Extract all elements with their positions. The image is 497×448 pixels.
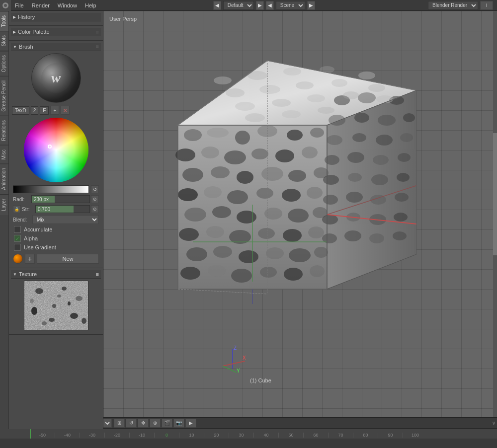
zoom-icon[interactable]: ⊕: [150, 419, 161, 428]
tex-num: 2: [31, 106, 39, 115]
menu-window[interactable]: Window: [54, 0, 81, 10]
render-icon[interactable]: 🎬: [162, 419, 172, 428]
color-palette-triangle: ▶: [13, 30, 16, 34]
svg-point-89: [322, 215, 338, 224]
svg-point-38: [227, 190, 248, 204]
svg-point-84: [397, 173, 410, 182]
tab-tools[interactable]: Tools: [0, 11, 8, 31]
timeline-track[interactable]: [0, 439, 497, 448]
svg-point-22: [287, 130, 303, 141]
tab-animation[interactable]: Animation: [0, 163, 8, 194]
svg-line-129: [223, 366, 237, 373]
layout-select[interactable]: Default: [223, 1, 254, 10]
tab-layer[interactable]: Layer: [0, 194, 8, 215]
svg-point-62: [231, 269, 252, 283]
grid-view-icon[interactable]: ⊞: [114, 419, 125, 428]
svg-point-44: [237, 211, 256, 224]
svg-point-37: [204, 186, 222, 198]
brush-preview[interactable]: w: [31, 53, 81, 103]
menu-help[interactable]: Help: [81, 0, 100, 10]
history-header[interactable]: ▶ History: [11, 13, 101, 21]
top-menu-bar: File Render Window Help ◀ Default ▶ ◀ Sc…: [0, 0, 497, 11]
svg-point-107: [235, 102, 255, 111]
tick-60: 60: [303, 433, 328, 438]
svg-point-67: [358, 92, 376, 103]
lock-icon[interactable]: 🔒: [13, 205, 21, 213]
color-bar[interactable]: [13, 185, 89, 193]
texture-header[interactable]: ▼ Texture ≡: [11, 270, 101, 279]
brush-section: ▼ Brush ≡ w TexD 2 F + ✕ ↺: [9, 41, 103, 268]
scene-prev-btn[interactable]: ◀: [266, 1, 274, 10]
brush-menu[interactable]: ≡: [96, 44, 99, 50]
brush-remove-btn[interactable]: ✕: [61, 106, 70, 115]
color-reset-btn[interactable]: ↺: [91, 185, 99, 193]
tab-misc[interactable]: Misc: [0, 145, 8, 164]
scene-next-btn[interactable]: ▶: [307, 1, 315, 10]
tex-f-label: F: [40, 106, 49, 115]
scene-select[interactable]: Scene: [276, 1, 305, 10]
blend-row: Blend: Mix: [11, 214, 101, 225]
svg-point-80: [398, 153, 411, 162]
tick--40: -40: [55, 433, 80, 438]
strength-icon[interactable]: ⊙: [91, 205, 99, 213]
svg-point-58: [289, 248, 311, 262]
blend-select[interactable]: Mix: [32, 215, 99, 224]
brush-header[interactable]: ▼ Brush ≡: [11, 43, 101, 51]
object-name: (1) Cube: [250, 377, 271, 383]
menu-render[interactable]: Render: [28, 0, 54, 10]
pan-icon[interactable]: ✥: [138, 419, 149, 428]
svg-point-31: [211, 166, 230, 178]
timeline-ruler[interactable]: -50 -40 -30 -20 -10 0 10 20 30 40 50 60 …: [0, 429, 497, 439]
tab-grease-pencil[interactable]: Grease Pencil: [0, 76, 8, 116]
layout-left-btn[interactable]: ◀: [213, 1, 221, 10]
viewport-info: v: [493, 420, 495, 426]
timeline-playhead[interactable]: [30, 429, 31, 439]
color-palette-menu[interactable]: ≡: [96, 29, 99, 35]
render-anim-icon[interactable]: ▶: [185, 419, 196, 428]
color-palette-header[interactable]: ▶ Color Palette ≡: [11, 28, 101, 36]
svg-point-3: [35, 288, 43, 294]
rotate-icon[interactable]: ↺: [126, 419, 137, 428]
brush-add-btn[interactable]: +: [50, 106, 59, 115]
svg-point-85: [323, 195, 338, 205]
tick-40: 40: [253, 433, 278, 438]
new-material-btn[interactable]: New: [37, 254, 99, 264]
accumulate-label: Accumulate: [24, 226, 52, 232]
alpha-checkbox[interactable]: ✓: [14, 235, 21, 242]
svg-point-99: [283, 68, 301, 75]
color-palette-section: ▶ Color Palette ≡: [9, 26, 103, 41]
texture-preview[interactable]: [24, 281, 88, 330]
tab-slots[interactable]: Slots: [0, 31, 8, 50]
layout-right-btn[interactable]: ▶: [256, 1, 264, 10]
viewport-scrollbar[interactable]: [493, 11, 497, 418]
svg-point-86: [346, 192, 363, 203]
use-gradient-checkbox[interactable]: [14, 244, 21, 251]
texture-menu[interactable]: ≡: [96, 271, 99, 277]
tick-70: 70: [328, 433, 353, 438]
svg-point-105: [331, 79, 347, 87]
tab-relations[interactable]: Relations: [0, 116, 8, 145]
svg-point-1: [4, 4, 7, 7]
svg-point-53: [308, 226, 324, 238]
color-wheel[interactable]: [24, 118, 88, 182]
menu-bar: File Render Window Help: [11, 0, 100, 10]
tab-options[interactable]: Options: [0, 51, 8, 76]
viewport-3d[interactable]: User Persp: [103, 11, 497, 418]
svg-point-9: [42, 321, 47, 325]
radius-bar[interactable]: 230 px: [31, 195, 90, 203]
tick-30: 30: [229, 433, 253, 438]
menu-file[interactable]: File: [11, 0, 28, 10]
svg-point-63: [260, 267, 277, 278]
svg-point-100: [320, 66, 334, 73]
top-bar-right: Blender Render i: [428, 1, 497, 10]
accumulate-checkbox[interactable]: [14, 226, 21, 233]
camera-icon[interactable]: 📷: [173, 419, 184, 428]
radius-icon[interactable]: ⊙: [91, 195, 99, 203]
renderer-select[interactable]: Blender Render: [428, 1, 478, 10]
strength-bar[interactable]: 0.700: [35, 205, 90, 213]
left-panel: ▶ History ▶ Color Palette ≡ ▼ Brush ≡ w …: [9, 11, 103, 429]
color-wheel-container[interactable]: [24, 118, 88, 182]
svg-point-82: [348, 173, 362, 182]
svg-point-96: [393, 231, 407, 240]
add-material-btn[interactable]: +: [25, 254, 35, 264]
